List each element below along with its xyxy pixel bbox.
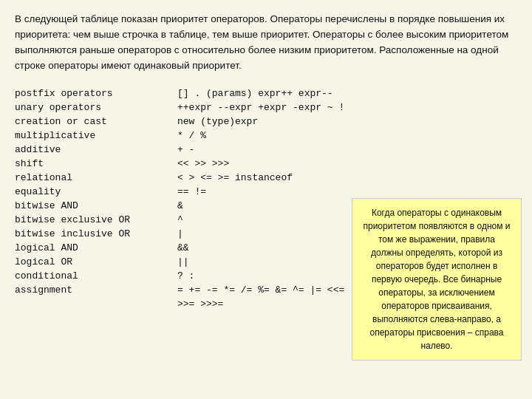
op-name-10: bitwise inclusive OR [15,228,177,240]
op-value-1: ++expr --expr +expr -expr ~ ! [177,101,517,114]
tooltip-text: Когда операторы с одинаковым приоритетом… [363,208,510,351]
op-name-11: logical AND [15,242,177,254]
op-value-0: [] . (params) expr++ expr-- [177,87,517,100]
op-name-8: bitwise AND [15,200,177,212]
op-value-2: new (type)expr [177,115,517,128]
op-name-0: postfix operators [15,87,177,100]
op-value-7: == != [177,185,517,198]
op-name-12: logical OR [15,256,177,268]
op-value-4: + - [177,143,517,156]
op-name-3: multiplicative [15,129,177,142]
op-value-6: < > <= >= instanceof [177,171,517,184]
op-name-4: additive [15,143,177,156]
op-name-13: conditional [15,270,177,282]
intro-paragraph: В следующей таблице показан приоритет оп… [15,12,517,74]
op-name-1: unary operators [15,101,177,114]
op-name-9: bitwise exclusive OR [15,214,177,226]
op-name-14: assignment [15,284,177,296]
op-name-6: relational [15,171,177,184]
op-value-3: * / % [177,129,517,142]
op-value-5: << >> >>> [177,157,517,170]
tooltip-box: Когда операторы с одинаковым приоритетом… [352,198,522,361]
op-name-15 [15,298,177,310]
op-name-5: shift [15,157,177,170]
op-name-2: creation or cast [15,115,177,128]
op-name-7: equality [15,185,177,198]
